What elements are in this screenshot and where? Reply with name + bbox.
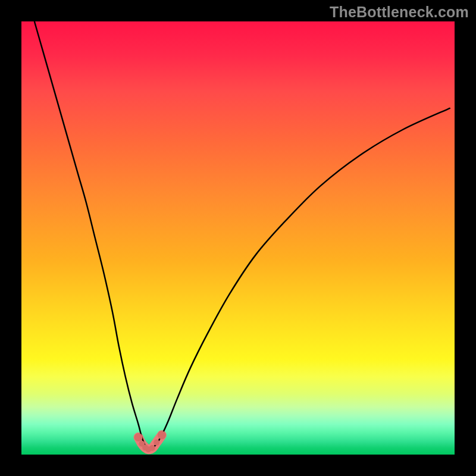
svg-point-0 <box>134 433 143 441</box>
outer-frame: TheBottleneck.com <box>0 0 476 476</box>
watermark-label: TheBottleneck.com <box>330 4 469 21</box>
svg-point-5 <box>154 440 159 446</box>
svg-point-6 <box>158 431 166 439</box>
chart-svg <box>21 21 455 455</box>
svg-point-4 <box>149 445 155 451</box>
bottleneck-curve <box>35 21 450 449</box>
plot-area <box>21 21 455 455</box>
